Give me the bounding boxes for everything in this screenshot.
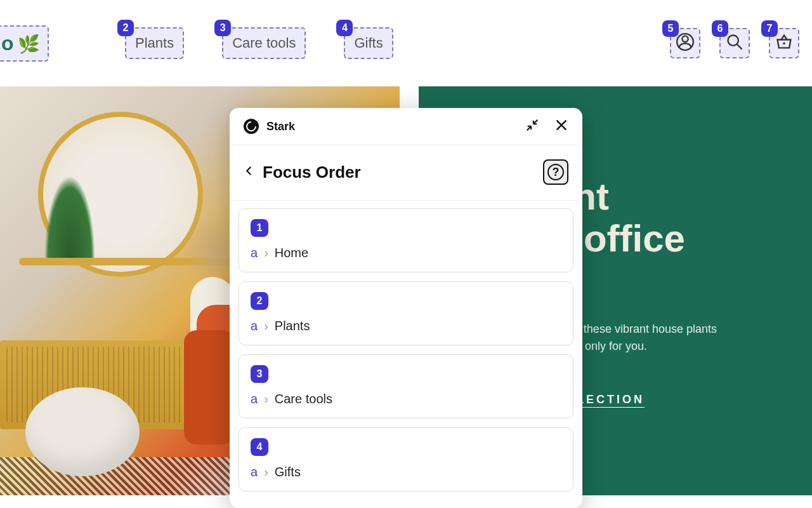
nav-gifts[interactable]: 4 Gifts (344, 27, 393, 59)
focus-order-item[interactable]: 1 a › Home (239, 208, 573, 272)
nav-links: 2 Plants 3 Care tools 4 Gifts (125, 27, 393, 59)
svg-point-2 (728, 36, 738, 46)
order-tag: a (251, 465, 258, 479)
chevron-right-icon: › (264, 465, 268, 479)
focus-order-item[interactable]: 3 a › Care tools (239, 354, 573, 418)
help-icon: ? (547, 164, 564, 180)
order-label: Care tools (275, 392, 332, 406)
close-icon[interactable] (554, 118, 568, 135)
svg-point-0 (682, 36, 688, 42)
focus-badge-2: 2 (117, 20, 134, 36)
account-icon (676, 33, 694, 53)
chevron-right-icon: › (264, 392, 268, 406)
logo-letter: o (1, 32, 14, 55)
search-button[interactable]: 6 (719, 28, 750, 58)
focus-order-item[interactable]: 4 a › Gifts (239, 427, 573, 491)
search-icon (726, 33, 743, 53)
focus-badge-7: 7 (761, 20, 778, 37)
minimize-icon[interactable] (525, 118, 539, 135)
logo-focus-box[interactable]: o 🌿 (0, 25, 49, 62)
order-badge: 2 (251, 292, 268, 310)
focus-order-item[interactable]: 2 a › Plants (239, 281, 573, 345)
order-label: Home (275, 246, 308, 260)
topbar: o 🌿 2 Plants 3 Care tools 4 Gifts 5 6 (0, 0, 812, 86)
order-label: Gifts (275, 465, 301, 479)
order-label: Plants (275, 319, 310, 333)
back-icon[interactable] (244, 165, 255, 179)
focus-badge-5: 5 (662, 20, 679, 37)
focus-badge-4: 4 (336, 20, 353, 36)
account-button[interactable]: 5 (670, 28, 700, 58)
order-tag: a (251, 319, 258, 333)
focus-order-list: 1 a › Home 2 a › Plants 3 a › Care tools (230, 201, 582, 508)
order-badge: 3 (251, 365, 268, 383)
order-tag: a (251, 246, 258, 260)
panel-subheader: Focus Order ? (230, 145, 582, 201)
focus-badge-3: 3 (214, 20, 231, 36)
svg-point-4 (783, 43, 785, 45)
chevron-right-icon: › (264, 246, 268, 260)
cart-button[interactable]: 7 (769, 28, 799, 58)
panel-brand: Stark (266, 120, 295, 133)
basket-icon (775, 33, 793, 53)
nav-gifts-label: Gifts (354, 35, 383, 51)
nav-care-label: Care tools (232, 35, 296, 51)
help-button[interactable]: ? (543, 159, 568, 185)
nav-plants-label: Plants (135, 35, 174, 51)
panel-section-title: Focus Order (263, 163, 361, 182)
svg-line-3 (737, 44, 742, 50)
topbar-right: 5 6 7 (670, 28, 799, 58)
nav-plants[interactable]: 2 Plants (125, 27, 184, 59)
focus-badge-6: 6 (712, 20, 728, 37)
nav-care-tools[interactable]: 3 Care tools (222, 27, 306, 59)
stark-logo-icon (244, 119, 259, 134)
stark-panel: Stark Focus Order ? 1 a › Home (230, 108, 582, 508)
panel-header: Stark (230, 108, 582, 145)
order-tag: a (251, 392, 258, 406)
leaf-icon: 🌿 (18, 34, 40, 54)
order-badge: 4 (251, 438, 268, 456)
order-badge: 1 (251, 219, 268, 237)
chevron-right-icon: › (264, 319, 268, 333)
